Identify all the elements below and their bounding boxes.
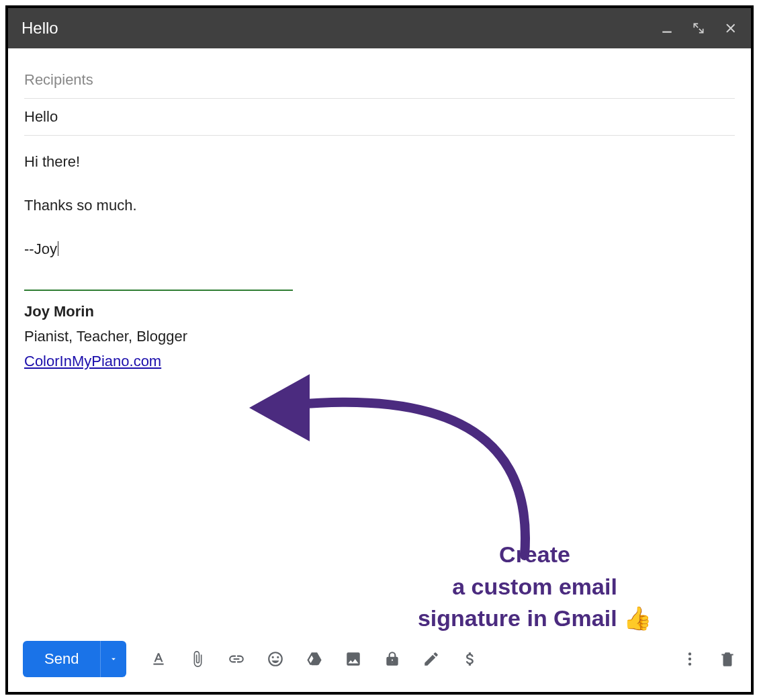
svg-point-3 <box>688 652 691 655</box>
toolbar-icons <box>142 650 677 668</box>
drive-icon[interactable] <box>305 650 324 668</box>
body-line: Thanks so much. <box>24 194 735 216</box>
formatting-icon[interactable] <box>149 650 168 668</box>
body-line: Hi there! <box>24 150 735 173</box>
compose-toolbar: Send <box>8 629 751 692</box>
svg-rect-0 <box>662 32 672 33</box>
image-icon[interactable] <box>344 650 363 668</box>
emoji-icon[interactable] <box>266 650 285 668</box>
trash-icon[interactable] <box>719 650 736 668</box>
toolbar-right <box>681 650 736 668</box>
signature-divider <box>24 290 293 291</box>
window-title: Hello <box>21 19 661 38</box>
send-more-button[interactable] <box>100 641 126 677</box>
minimize-icon[interactable] <box>661 22 673 34</box>
more-options-icon[interactable] <box>681 650 699 668</box>
thumbs-up-icon: 👍 <box>623 605 652 631</box>
svg-marker-1 <box>249 374 310 441</box>
svg-point-4 <box>688 658 691 660</box>
expand-icon[interactable] <box>692 21 705 35</box>
money-icon[interactable] <box>461 650 480 668</box>
compose-content: Recipients Hello Hi there! Thanks so muc… <box>8 48 751 629</box>
send-button[interactable]: Send <box>23 641 100 677</box>
close-icon[interactable] <box>724 21 738 35</box>
send-button-group: Send <box>23 641 126 677</box>
link-icon[interactable] <box>227 650 246 668</box>
subject-field[interactable]: Hello <box>24 99 735 136</box>
confidential-icon[interactable] <box>383 650 402 668</box>
signature-name: Joy Morin <box>24 300 735 322</box>
titlebar: Hello <box>8 8 751 48</box>
window-controls <box>661 21 738 35</box>
compose-window: Hello Recipients Hello Hi there! Thanks … <box>5 5 754 695</box>
text-cursor <box>58 241 58 256</box>
recipients-field[interactable]: Recipients <box>24 62 735 99</box>
body-signoff: --Joy <box>24 238 735 260</box>
signature-link[interactable]: ColorInMyPiano.com <box>24 353 161 369</box>
annotation-text: Create a custom email signature in Gmail… <box>340 539 729 635</box>
attach-icon[interactable] <box>188 650 207 668</box>
message-body[interactable]: Hi there! Thanks so much. --Joy Joy Mori… <box>24 136 735 629</box>
pen-icon[interactable] <box>422 650 441 668</box>
svg-point-5 <box>688 662 691 665</box>
signature-role: Pianist, Teacher, Blogger <box>24 325 735 347</box>
